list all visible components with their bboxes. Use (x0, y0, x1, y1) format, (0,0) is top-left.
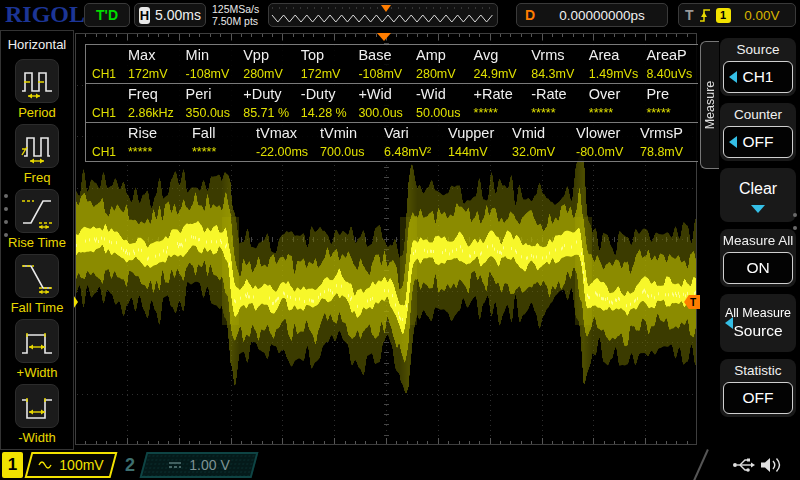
meas-header-cell: Vpp (237, 47, 295, 63)
meas-header-cell: Top (295, 47, 353, 63)
meas-value-cell: 172mV (295, 67, 353, 81)
left-arrow-icon (729, 71, 737, 83)
meas-value-cell: 84.3mV (525, 67, 583, 81)
meas-header-cell: Max (122, 47, 180, 63)
meas-value-cell: 85.71 % (237, 106, 295, 120)
trigger-source-badge: 1 (716, 8, 731, 23)
trigger-position-marker[interactable] (377, 33, 391, 41)
menu-label: All Measure (725, 306, 791, 320)
delay-label: D (525, 7, 535, 23)
menu-value: CH1 (742, 68, 773, 86)
measurement-header-row: RiseFalltVmaxtVminVariVupperVmidVlowerVr… (86, 122, 698, 142)
meas-value-cell: 280mV (237, 67, 295, 81)
meas-value-cell: ***** (122, 145, 186, 159)
speaker-icon (760, 456, 782, 474)
trigger-info-box: T 1 0.00V (678, 3, 796, 27)
menu-value: ON (746, 259, 769, 277)
left-menu-item-rise-time[interactable]: Rise Time (1, 189, 73, 250)
left-menu-title: Horizontal (1, 37, 73, 52)
acquisition-info: 125MSa/s 7.50M pts (212, 3, 259, 27)
meas-header-cell: Avg (468, 47, 526, 63)
ch2-badge[interactable]: 2 (121, 452, 139, 478)
left-menu-item-fall-time[interactable]: Fall Time (1, 254, 73, 315)
meas-channel-cell: CH1 (86, 106, 122, 120)
meas-header-cell: Peri (180, 86, 238, 102)
trigger-status-box: T'D (84, 3, 130, 27)
ch1-badge[interactable]: 1 (2, 452, 23, 478)
meas-header-cell: Vrms (525, 47, 583, 63)
minus-width-icon (15, 384, 59, 428)
meas-header-cell: +Duty (237, 86, 295, 102)
meas-value-cell: ***** (583, 106, 641, 120)
page-indicator-dot (4, 233, 8, 237)
down-arrow-icon (751, 205, 765, 213)
meas-header-cell: Min (180, 47, 238, 63)
delay-value: 0.00000000ps (545, 8, 659, 23)
meas-header-cell: -Duty (295, 86, 353, 102)
menu-group-counter: Counter OFF (720, 103, 796, 161)
meas-value-cell: 32.0mV (506, 145, 570, 159)
meas-header-cell: -Wid (410, 86, 468, 102)
menu-label: Measure All (722, 231, 794, 251)
meas-value-cell: ***** (640, 106, 698, 120)
measurement-table: MaxMinVppTopBaseAmpAvgVrmsAreaAreaPCH117… (85, 44, 698, 162)
statistic-toggle[interactable]: OFF (723, 382, 793, 414)
measurement-value-row: CH1**********-22.00ms700.0us6.48mV²144mV… (86, 142, 698, 161)
menu-value: OFF (743, 389, 774, 407)
page-indicator-dot (4, 207, 8, 211)
meas-value-cell: -108mV (352, 67, 410, 81)
ch2-scale-box[interactable]: 1.00 V (140, 452, 259, 478)
ac-coupling-icon (38, 460, 52, 470)
trigger-level-value: 0.00V (735, 8, 789, 23)
meas-header-cell: -Rate (525, 86, 583, 102)
page-indicator-dot (4, 220, 8, 224)
measure-menu-tab[interactable]: Measure (700, 41, 719, 169)
left-menu-item-label: Freq (24, 170, 51, 185)
measurement-value-row: CH12.86kHz350.0us85.71 %14.28 %300.0us50… (86, 103, 698, 122)
counter-select[interactable]: OFF (723, 126, 793, 158)
bottom-bar: 1 100mV 2 1.00 V (0, 450, 800, 480)
clear-button[interactable]: Clear (720, 168, 796, 222)
all-measure-source-button[interactable]: All Measure Source (720, 294, 796, 352)
meas-value-cell: 14.28 % (295, 106, 353, 120)
meas-value-cell: -108mV (180, 67, 238, 81)
page-indicator-dot (4, 194, 8, 198)
left-menu-item-label: Period (18, 105, 56, 120)
left-menu-item-plus-width[interactable]: +Width (1, 319, 73, 380)
ch1-scale-box[interactable]: 100mV (25, 452, 118, 478)
meas-header-cell: VrmsP (634, 125, 698, 141)
menu-label: Source (722, 40, 794, 60)
meas-header-cell: +Rate (468, 86, 526, 102)
meas-value-cell: -80.0mV (570, 145, 634, 159)
left-arrow-icon (729, 136, 737, 148)
meas-header-cell: Vupper (442, 125, 506, 141)
meas-header-cell: Freq (122, 86, 180, 102)
page-indicator-dot (793, 226, 797, 230)
meas-value-cell: 280mV (410, 67, 468, 81)
meas-value-cell: ***** (525, 106, 583, 120)
freq-icon (15, 124, 59, 168)
meas-header-cell: AreaP (640, 47, 698, 63)
left-menu: Horizontal Period F (0, 30, 74, 450)
meas-header-cell: Over (583, 86, 641, 102)
measurement-header-row: MaxMinVppTopBaseAmpAvgVrmsAreaAreaP (86, 44, 698, 64)
left-menu-item-period[interactable]: Period (1, 59, 73, 120)
left-menu-item-freq[interactable]: Freq (1, 124, 73, 185)
meas-header-cell: +Wid (352, 86, 410, 102)
measure-all-toggle[interactable]: ON (723, 252, 793, 284)
delay-box: D 0.00000000ps (516, 3, 668, 27)
menu-label: Clear (739, 180, 777, 198)
trigger-level-marker-label: T (690, 297, 696, 308)
meas-value-cell: -22.00ms (250, 145, 314, 159)
menu-group-measure-all: Measure All ON (720, 229, 796, 287)
measurement-value-row: CH1172mV-108mV280mV172mV-108mV280mV24.9m… (86, 64, 698, 83)
meas-value-cell: 50.00us (410, 106, 468, 120)
meas-header-cell: Rise (122, 125, 186, 141)
meas-value-cell: ***** (468, 106, 526, 120)
source-select[interactable]: CH1 (723, 61, 793, 93)
trigger-status: T'D (96, 7, 118, 23)
left-menu-item-minus-width[interactable]: -Width (1, 384, 73, 445)
waveform-thumbnail (268, 3, 498, 27)
fall-time-icon (15, 254, 59, 298)
timebase-box: H 5.00ms (134, 3, 206, 27)
